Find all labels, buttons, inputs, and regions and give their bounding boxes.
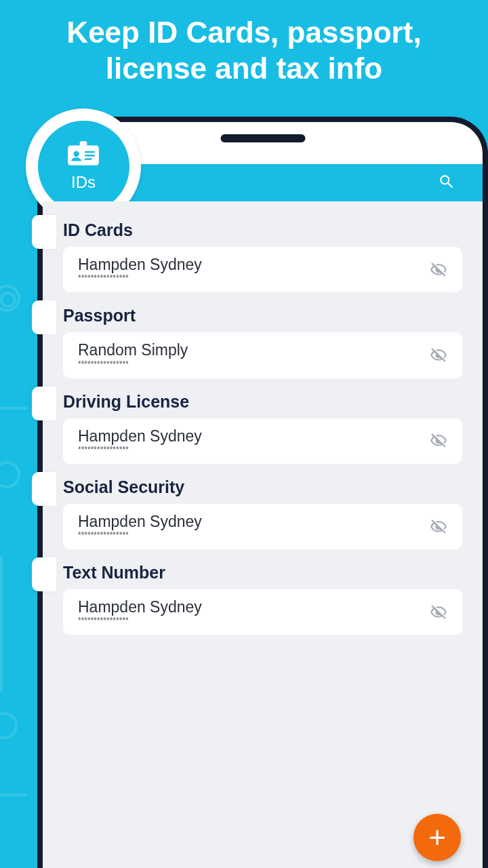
item-name: Hampden Sydney	[78, 513, 428, 530]
bg-decoration	[0, 556, 3, 692]
item-name: Hampden Sydney	[78, 428, 428, 445]
item-name: Hampden Sydney	[78, 599, 428, 616]
bg-decoration	[0, 793, 27, 796]
section-header: Passport	[63, 306, 462, 326]
item-name: Random Simply	[78, 342, 428, 359]
list-item[interactable]: Hampden Sydney ****************	[63, 589, 462, 635]
section: Passport Random Simply ****************	[56, 306, 462, 378]
item-name: Hampden Sydney	[78, 256, 428, 273]
section-tab[interactable]	[32, 215, 56, 249]
visibility-off-icon[interactable]	[430, 604, 447, 621]
svg-rect-1	[80, 141, 87, 146]
item-masked-value: ****************	[78, 530, 428, 540]
section-header: Text Number	[63, 563, 462, 583]
phone-speaker	[220, 134, 305, 142]
item-masked-value: ****************	[78, 273, 428, 283]
phone-frame: IDs ID Cards Hampden Sydney ************…	[37, 117, 488, 868]
svg-rect-4	[85, 155, 95, 157]
section: Social Security Hampden Sydney *********…	[56, 477, 462, 549]
item-masked-value: ****************	[78, 445, 428, 454]
visibility-off-icon[interactable]	[430, 518, 447, 536]
plus-icon: +	[428, 821, 446, 854]
section-header: ID Cards	[63, 220, 462, 240]
svg-rect-5	[85, 158, 92, 160]
list-item[interactable]: Hampden Sydney ****************	[63, 504, 462, 549]
page-headline: Keep ID Cards, passport, license and tax…	[0, 0, 488, 94]
id-card-icon	[66, 140, 100, 173]
section-tab[interactable]	[32, 387, 56, 420]
section: ID Cards Hampden Sydney ****************	[56, 220, 462, 292]
visibility-off-icon[interactable]	[430, 261, 447, 279]
item-masked-value: ****************	[78, 616, 428, 625]
svg-rect-3	[85, 151, 95, 153]
bg-decoration	[0, 407, 27, 410]
svg-point-2	[73, 151, 79, 157]
list-item[interactable]: Hampden Sydney ****************	[63, 418, 462, 464]
visibility-off-icon[interactable]	[430, 347, 447, 364]
bg-decoration	[0, 461, 20, 488]
section-header: Driving License	[63, 392, 462, 412]
item-masked-value: ****************	[78, 359, 428, 369]
visibility-off-icon[interactable]	[430, 432, 447, 450]
list-item[interactable]: Hampden Sydney ****************	[63, 247, 462, 292]
category-badge-label: IDs	[71, 173, 96, 192]
search-icon[interactable]	[438, 173, 455, 193]
section-tab[interactable]	[32, 557, 56, 591]
bg-decoration	[0, 285, 20, 312]
section: Text Number Hampden Sydney *************…	[56, 563, 462, 635]
list-item[interactable]: Random Simply ****************	[63, 332, 462, 378]
section-header: Social Security	[63, 477, 462, 497]
section: Driving License Hampden Sydney *********…	[56, 392, 462, 464]
add-button[interactable]: +	[413, 814, 461, 861]
section-tab[interactable]	[32, 472, 56, 506]
section-tab[interactable]	[32, 300, 56, 334]
bg-decoration	[0, 712, 18, 739]
content-area: ID Cards Hampden Sydney ****************…	[43, 201, 483, 868]
